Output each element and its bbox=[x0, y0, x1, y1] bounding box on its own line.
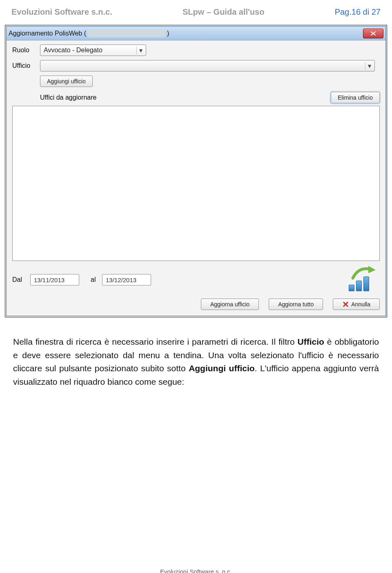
ruolo-value: Avvocato - Delegato bbox=[44, 47, 102, 54]
ruolo-label: Ruolo bbox=[12, 47, 37, 54]
para-text: Nella finestra di ricerca è necessario i… bbox=[13, 337, 298, 346]
header-left: Evoluzioni Software s.n.c. bbox=[11, 7, 112, 17]
aggiungi-ufficio-button[interactable]: Aggiungi ufficio bbox=[40, 76, 93, 87]
annulla-label: Annulla bbox=[351, 301, 370, 308]
title-prefix: Aggiornamento PolisWeb ( bbox=[9, 30, 86, 37]
al-label: al bbox=[91, 276, 102, 283]
body-paragraph: Nella finestra di ricerca è necessario i… bbox=[0, 327, 392, 388]
uffici-listbox[interactable] bbox=[12, 106, 380, 261]
close-button[interactable] bbox=[363, 29, 383, 38]
ruolo-combo[interactable]: Avvocato - Delegato ▾ bbox=[40, 45, 146, 56]
page-header: Evoluzioni Software s.n.c. SLpw – Guida … bbox=[0, 0, 392, 20]
close-icon bbox=[370, 31, 376, 36]
aggiorna-tutto-button[interactable]: Aggiorna tutto bbox=[269, 299, 323, 310]
al-input[interactable]: 13/12/2013 bbox=[102, 274, 151, 285]
polisweb-dialog: Aggiornamento PolisWeb ( ) Ruolo Avvocat… bbox=[6, 26, 386, 316]
uffici-da-aggiornare-label: Uffici da aggiornare bbox=[12, 94, 96, 101]
dialog-body: Ruolo Avvocato - Delegato ▾ Ufficio ▾ Ag… bbox=[7, 40, 385, 316]
dal-value: 13/11/2013 bbox=[34, 276, 65, 283]
dialog-titlebar: Aggiornamento PolisWeb ( ) bbox=[7, 27, 385, 40]
dal-label: Dal bbox=[12, 276, 30, 283]
svg-marker-0 bbox=[368, 266, 376, 273]
elimina-ufficio-button[interactable]: Elimina ufficio bbox=[331, 92, 380, 103]
cancel-icon bbox=[342, 301, 349, 308]
para-bold-ufficio: Ufficio bbox=[298, 337, 324, 346]
dialog-screenshot: Aggiornamento PolisWeb ( ) Ruolo Avvocat… bbox=[5, 25, 387, 317]
annulla-button[interactable]: Annulla bbox=[333, 299, 380, 310]
title-suffix: ) bbox=[167, 30, 169, 37]
chevron-down-icon: ▾ bbox=[365, 62, 371, 70]
al-value: 13/12/2013 bbox=[106, 276, 136, 283]
dialog-title: Aggiornamento PolisWeb ( ) bbox=[9, 30, 169, 37]
page-footer: Evoluzioni Software s..n.c. bbox=[0, 568, 392, 573]
header-right: Pag.16 di 27 bbox=[335, 7, 381, 17]
chevron-down-icon: ▾ bbox=[136, 47, 143, 54]
dal-input[interactable]: 13/11/2013 bbox=[30, 274, 79, 285]
aggiorna-ufficio-button[interactable]: Aggiorna ufficio bbox=[201, 299, 259, 310]
title-redacted bbox=[88, 30, 165, 37]
header-center: SLpw – Guida all'uso bbox=[183, 7, 264, 17]
ufficio-combo[interactable]: ▾ bbox=[40, 60, 375, 71]
para-bold-aggiungi: Aggiungi ufficio bbox=[189, 363, 254, 373]
ufficio-label: Ufficio bbox=[12, 62, 37, 69]
refresh-chart-icon bbox=[346, 268, 380, 291]
